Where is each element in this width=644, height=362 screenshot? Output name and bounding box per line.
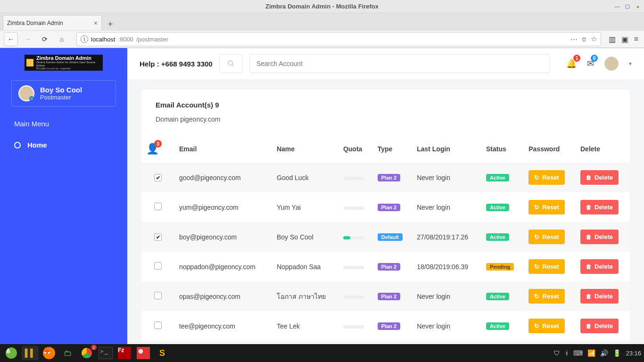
shield-icon[interactable]: 🛡 [553, 349, 560, 357]
table-row: youme@pigeoncy.comYou มีPlan 2Never logi… [141, 341, 630, 344]
trash-icon [586, 263, 592, 270]
chevron-down-icon[interactable]: ▾ [629, 60, 632, 67]
avatar [18, 85, 34, 101]
accounts-table: 👤 3 Email Name Quota Type Last Login Sta… [141, 135, 630, 344]
chrome-icon [82, 348, 92, 358]
taskbar-filemanager[interactable]: 🗀 [59, 346, 76, 360]
cell-last-login: 27/08/2019:17.26 [412, 222, 481, 252]
col-status: Status [481, 135, 524, 163]
cell-last-login: 18/08/2019:06.39 [412, 252, 481, 281]
search-button[interactable] [219, 54, 243, 73]
library-icon[interactable]: ▥ [609, 35, 616, 44]
delete-button[interactable]: Delete [580, 319, 619, 333]
reset-icon [534, 204, 539, 211]
delete-button[interactable]: Delete [580, 230, 619, 244]
sidebar-item-label: Home [27, 141, 47, 149]
avatar[interactable] [604, 57, 619, 71]
delete-button[interactable]: Delete [580, 289, 619, 304]
bookmark-star-icon[interactable]: ☆ [591, 35, 597, 43]
nav-back-button[interactable]: ← [4, 32, 18, 46]
window-maximize-icon[interactable]: ▢ [624, 3, 631, 10]
cell-email: noppadon@pigeoncy.com [174, 252, 272, 281]
volume-icon[interactable]: 🔊 [600, 349, 608, 357]
row-checkbox[interactable] [154, 203, 162, 210]
topbar: Help : +668 9493 3300 🔔 1 ✉ 0 ▾ [127, 48, 644, 79]
delete-button[interactable]: Delete [580, 200, 619, 214]
firefox-icon: 🦊 [43, 347, 55, 359]
row-checkbox[interactable] [154, 233, 162, 241]
pocket-icon[interactable]: ⩌ [582, 35, 586, 43]
table-row: boy@pigeoncy.comBoy So CoolDefault27/08/… [141, 222, 630, 252]
window-minimize-icon[interactable]: — [614, 3, 620, 10]
row-checkbox[interactable] [154, 321, 162, 329]
taskbar-terminal[interactable]: ＞_ [97, 346, 114, 360]
reset-button[interactable]: Reset [528, 170, 564, 185]
sidebar-item-home[interactable]: Home [0, 136, 127, 154]
window-close-icon[interactable]: ● [635, 3, 641, 10]
table-row: good@pigeoncy.comGood LuckPlan 2Never lo… [141, 163, 630, 192]
nav-home-button[interactable]: ⌂ [55, 32, 69, 46]
taskbar-files[interactable]: ▌▌ [22, 346, 39, 360]
bell-badge: 1 [573, 55, 580, 62]
reset-icon [534, 263, 539, 270]
delete-button[interactable]: Delete [580, 259, 619, 274]
nav-reload-button[interactable]: ⟳ [38, 32, 52, 46]
wifi-icon[interactable]: 📶 [587, 349, 595, 357]
keyboard-icon[interactable]: ⌨ [573, 349, 583, 357]
browser-tab[interactable]: Zimbra Domain Admin × [3, 15, 102, 30]
col-name: Name [272, 135, 339, 163]
cell-status: Active [481, 222, 524, 252]
cell-quota [339, 311, 373, 341]
row-checkbox[interactable] [154, 262, 162, 270]
search-input[interactable] [249, 54, 550, 73]
folder-icon: 🗀 [64, 348, 72, 358]
help-text: Help : +668 9493 3300 [140, 60, 213, 68]
hamburger-menu-icon[interactable]: ≡ [634, 35, 638, 44]
table-row: yum@pigeoncy.comYum YaiPlan 2Never login… [141, 192, 630, 222]
clock[interactable]: 23:16 [626, 350, 641, 357]
col-last-login: Last Login [412, 135, 481, 163]
taskbar-firefox[interactable]: 🦊 [41, 346, 58, 360]
row-checkbox[interactable] [154, 292, 162, 299]
delete-button[interactable]: Delete [580, 170, 619, 185]
taskbar-sublime[interactable]: S [154, 346, 171, 360]
svg-point-0 [228, 61, 232, 65]
row-checkbox[interactable] [154, 174, 162, 181]
messages-button[interactable]: ✉ 0 [587, 58, 594, 69]
cell-last-login: Never login [412, 192, 481, 222]
tab-close-icon[interactable]: × [94, 19, 98, 27]
cell-type: Plan 2 [373, 163, 412, 192]
bluetooth-icon[interactable]: ᚼ [565, 349, 569, 357]
page-actions-icon[interactable]: ⋯ [570, 35, 578, 43]
reset-button[interactable]: Reset [528, 230, 564, 244]
reset-button[interactable]: Reset [528, 259, 564, 274]
cell-email: youme@pigeoncy.com [174, 341, 272, 344]
trash-icon [586, 233, 592, 240]
nav-forward-button[interactable]: → [21, 32, 35, 46]
url-bar[interactable]: i localhost:8000/postmaster ⋯ ⩌ ☆ [76, 32, 601, 46]
taskbar-chrome[interactable]: 2 [78, 346, 95, 360]
notifications-button[interactable]: 🔔 1 [566, 58, 577, 69]
add-user-button[interactable]: 👤 3 [146, 143, 159, 155]
reset-icon [534, 293, 539, 300]
taskbar-filezilla[interactable]: Fz [116, 346, 133, 360]
site-info-icon[interactable]: i [81, 35, 88, 43]
cell-type: Plan 2 [373, 252, 412, 281]
reset-button[interactable]: Reset [528, 289, 564, 304]
battery-icon[interactable]: 🔋 [613, 349, 621, 357]
reset-button[interactable]: Reset [528, 200, 564, 214]
cell-type: Default [373, 222, 412, 252]
reset-button[interactable]: Reset [528, 319, 564, 333]
taskbar-app-red[interactable]: ☻ [135, 346, 152, 360]
add-badge: 3 [154, 140, 162, 148]
reset-icon [534, 233, 539, 240]
user-card[interactable]: Boy So Cool Postmaster [11, 80, 116, 107]
start-menu-button[interactable]: ⋔ [3, 346, 20, 360]
table-row: noppadon@pigeoncy.comNoppadon SaaPlan 21… [141, 252, 630, 281]
red-app-icon: ☻ [137, 347, 150, 359]
app-page: Zimbra Domain Admin Zimbra Domain Admin … [0, 48, 644, 344]
sidebar-icon[interactable]: ▣ [621, 35, 628, 44]
accounts-card: Email Account(s) 9 Domain pigeoncy.com 👤… [141, 90, 630, 344]
trash-icon [586, 322, 592, 329]
new-tab-button[interactable]: ＋ [104, 17, 117, 30]
